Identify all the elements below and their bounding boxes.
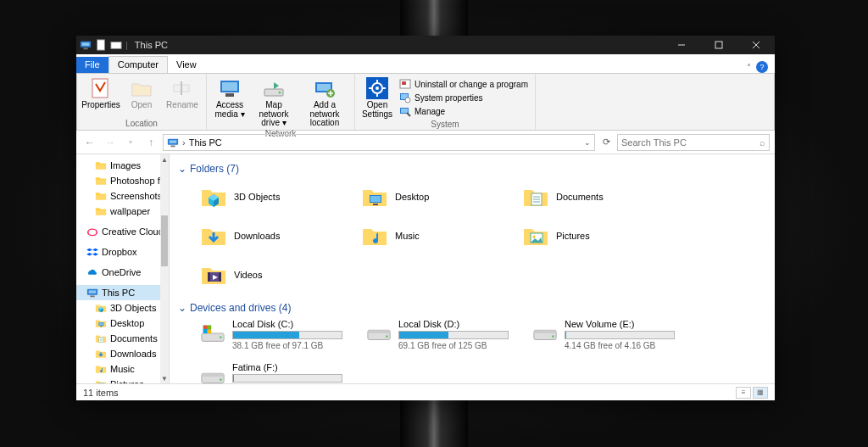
sidebar-item-thispc-child-5[interactable]: Pictures [76,377,169,383]
nav-back-button[interactable]: ← [81,134,98,151]
search-box[interactable]: ⌕ [617,134,770,151]
svg-rect-77 [202,373,224,377]
folder-tile-pictures[interactable]: Pictures [522,219,683,253]
properties-icon [90,77,112,99]
sidebar-item-creative-cloud[interactable]: Creative Cloud Fil [76,224,169,239]
svg-point-75 [552,335,554,338]
titlebar[interactable]: | This PC [76,36,775,54]
sidebar-item-thispc-child-4[interactable]: Music [76,361,169,377]
address-input[interactable]: › This PC ⌄ [163,134,595,151]
sidebar-item-onedrive[interactable]: OneDrive [76,265,169,280]
nav-pane[interactable]: Images Photoshop files Screenshots wallp… [76,154,170,383]
sidebar-item-label: Screenshots [110,191,162,201]
breadcrumb-thispc[interactable]: This PC [189,137,222,148]
address-bar: ← → ▾ ↑ › This PC ⌄ ⟳ ⌕ [76,131,775,154]
rename-button: Rename [162,75,203,110]
tab-view[interactable]: View [168,57,205,73]
folder-tile-music[interactable]: Music [361,219,522,253]
drive-tile-1[interactable]: Local Disk (D:) 69.1 GB free of 125 GB [366,319,527,350]
ribbon-group-location-label: Location [81,118,203,130]
help-icon[interactable]: ? [756,61,768,73]
folder-tile-videos[interactable]: Videos [200,258,361,292]
drive-tile-0[interactable]: Local Disk (C:) 38.1 GB free of 97.1 GB [200,319,361,350]
sidebar-item-thispc[interactable]: This PC [76,285,169,300]
search-icon[interactable]: ⌕ [760,137,765,148]
sidebar-scrollbar[interactable]: ▲ ▼ [160,154,169,383]
collapse-ribbon-icon[interactable]: ˄ [747,63,751,72]
svg-rect-14 [225,93,234,97]
sidebar-item-thispc-child-2[interactable]: Documents [76,331,169,346]
map-drive-icon [263,77,285,99]
folder-tile-desktop[interactable]: Desktop [361,180,522,214]
ribbon: Properties Open Rename Location Access m… [76,73,775,131]
close-button[interactable] [737,36,775,54]
tab-file[interactable]: File [76,57,108,73]
nav-up-button[interactable]: ↑ [142,134,159,151]
drive-name: Fatima (F:) [232,362,351,372]
nav-recent-button[interactable]: ▾ [122,134,139,151]
tab-computer[interactable]: Computer [108,56,168,74]
add-network-location-button[interactable]: Add a network location [298,75,351,128]
refresh-button[interactable]: ⟳ [598,137,614,148]
sidebar-item-thispc-child-0[interactable]: 3D Objects [76,300,169,316]
folder-label: Videos [234,270,262,280]
folder-tile-downloads[interactable]: Downloads [200,219,361,253]
sidebar-item-label: Pictures [110,379,144,383]
drive-name: Local Disk (D:) [398,319,517,329]
thispc-icon [86,287,98,299]
ribbon-group-location: Properties Open Rename Location [77,74,207,130]
maximize-button[interactable] [700,36,737,54]
folder-label: Desktop [395,192,429,202]
manage-button[interactable]: Manage [396,104,531,118]
view-details-button[interactable]: ≡ [736,387,751,399]
sidebar-item-thispc-child-1[interactable]: Desktop [76,316,169,331]
drive-tile-3[interactable]: Fatima (F:) 3.02 GB free of 3.04 GB [200,362,361,383]
address-dropdown-icon[interactable]: ⌄ [584,138,591,147]
chevron-down-icon: ⌄ [178,163,186,175]
sidebar-item-quick-3[interactable]: wallpaper [76,204,169,219]
drive-free-text: 38.1 GB free of 97.1 GB [232,341,351,350]
svg-rect-4 [111,42,121,49]
scroll-down-icon[interactable]: ▼ [160,373,169,383]
sidebar-item-thispc-child-3[interactable]: Downloads [76,346,169,361]
sidebar-item-quick-1[interactable]: Photoshop files [76,173,169,188]
sidebar-item-label: Desktop [110,318,144,328]
folder-label: Downloads [234,231,280,241]
nav-forward-button[interactable]: → [102,134,119,151]
map-network-drive-button[interactable]: Map network drive ▾ [249,75,298,128]
drive-usage-bar [232,331,342,339]
drive-free-text: 69.1 GB free of 125 GB [398,341,517,350]
minimize-button[interactable] [663,36,700,54]
folder-tile-3d[interactable]: 3D Objects [200,180,361,214]
properties-button[interactable]: Properties [81,75,121,110]
scroll-up-icon[interactable]: ▲ [160,154,169,165]
svg-point-16 [279,92,281,94]
dropbox-icon [86,246,98,258]
system-properties-button[interactable]: System properties [396,91,531,104]
settings-gear-icon [366,77,388,99]
sidebar-item-quick-0[interactable]: Images [76,158,169,173]
svg-rect-71 [368,330,390,333]
drive-tile-2[interactable]: New Volume (E:) 4.14 GB free of 4.16 GB [532,319,693,350]
open-settings-button[interactable]: Open Settings [359,75,396,119]
scroll-thumb[interactable] [161,215,168,266]
view-tiles-button[interactable]: ▦ [753,387,768,399]
qat-doc-icon[interactable] [95,39,107,51]
svg-rect-3 [97,40,105,50]
svg-rect-69 [207,329,211,333]
content-pane[interactable]: ⌄ Folders (7) 3D Objects Desktop Documen… [170,154,775,383]
explorer-window: | This PC File Computer View ˄ ? [76,36,775,400]
drive-icon [200,364,225,383]
svg-point-64 [220,336,222,338]
sidebar-item-dropbox[interactable]: Dropbox [76,244,169,260]
documents-icon [95,332,107,344]
svg-rect-52 [370,196,381,202]
group-header-folders[interactable]: ⌄ Folders (7) [178,159,766,180]
group-header-drives[interactable]: ⌄ Devices and drives (4) [178,299,766,319]
qat-folder-icon[interactable] [110,39,122,51]
sidebar-item-quick-2[interactable]: Screenshots [76,188,169,204]
folder-tile-documents[interactable]: Documents [522,180,683,214]
search-input[interactable] [621,137,760,148]
access-media-button[interactable]: Access media ▾ [210,75,249,119]
uninstall-button[interactable]: Uninstall or change a program [396,77,531,91]
